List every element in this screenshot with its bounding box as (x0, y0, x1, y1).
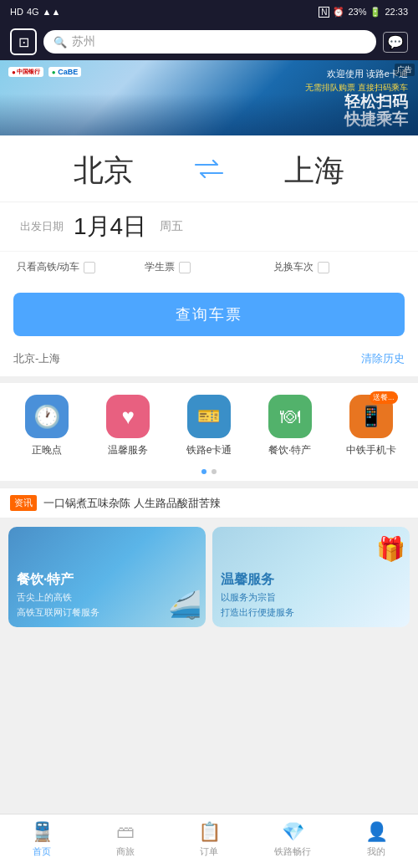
warm-icon: ♥ (121, 404, 134, 430)
status-left: HD 4G ▲▲ (10, 7, 60, 17)
nav-business-label: 商旅 (116, 845, 135, 858)
history-recent[interactable]: 北京-上海 (13, 351, 60, 366)
swap-arrows-icon (194, 160, 224, 183)
battery-level: 23% (348, 7, 366, 17)
gift-decoration: 🎁 (376, 535, 405, 563)
news-banner[interactable]: 资讯 一口锅煮五味杂陈 人生路品酸甜苦辣 (0, 488, 418, 518)
nav-profile-label: 我的 (367, 845, 385, 858)
service-simcard[interactable]: 📱 送餐... 中铁手机卡 (338, 395, 405, 457)
nav-rail-travel-icon: 💎 (282, 821, 304, 843)
service-icons-section: 🕐 正晚点 ♥ 温馨服务 🎫 铁路e卡通 🍽 餐饮·特产 📱 送餐... 中铁手… (0, 383, 418, 466)
nav-business[interactable]: 🗃 商旅 (84, 821, 167, 858)
nav-business-icon: 🗃 (116, 821, 135, 843)
service-warm[interactable]: ♥ 温馨服务 (94, 395, 161, 457)
warm-label: 温馨服务 (108, 443, 148, 457)
banner-ad[interactable]: ● 中国银行 ● CaBE 欢迎使用 读路e卡通 无需排队购票 直接扫码乘车 轻… (0, 60, 418, 135)
nav-home-label: 首页 (33, 845, 51, 858)
option-exchange-label: 兑换车次 (273, 260, 314, 274)
service-delay[interactable]: 🕐 正晚点 (13, 395, 80, 457)
arrival-city[interactable]: 上海 (227, 151, 401, 191)
date-value: 1月4日 (74, 211, 146, 243)
promo-service-title: 温馨服务 (221, 571, 401, 589)
wifi-icon: ▲▲ (43, 7, 61, 17)
date-selector[interactable]: 出发日期 1月4日 周五 (0, 202, 418, 251)
network-type: HD (10, 7, 23, 17)
simcard-label: 中铁手机卡 (346, 443, 396, 457)
food-icon: 🍽 (280, 405, 300, 428)
delay-label: 正晚点 (32, 443, 62, 457)
news-text: 一口锅煮五味杂陈 人生路品酸甜苦辣 (43, 496, 221, 511)
swap-button[interactable] (191, 153, 227, 190)
banner-no-queue: 无需排队购票 直接扫码乘车 (305, 82, 408, 94)
bank-logo: ● 中国银行 (8, 67, 43, 77)
option-student-checkbox[interactable] (179, 262, 191, 273)
simcard-icon-circle: 📱 送餐... (349, 395, 393, 438)
option-high-speed-checkbox[interactable] (84, 262, 95, 273)
ecard-label: 铁路e卡通 (186, 443, 232, 457)
simcard-badge: 送餐... (370, 391, 398, 404)
departure-city[interactable]: 北京 (17, 151, 191, 191)
delay-icon: 🕐 (33, 404, 60, 430)
promo-card-service[interactable]: 温馨服务 以服务为宗旨 打造出行便捷服务 🎁 (212, 527, 410, 627)
bottom-navigation: 🚆 首页 🗃 商旅 📋 订单 💎 铁路畅行 👤 我的 (0, 814, 418, 868)
option-student-label: 学生票 (145, 260, 175, 274)
signal-strength: 4G (27, 7, 39, 17)
search-magnifier-icon: 🔍 (54, 36, 67, 49)
search-placeholder: 苏州 (72, 34, 95, 49)
nav-orders-label: 订单 (200, 845, 218, 858)
history-row: 北京-上海 清除历史 (0, 346, 418, 376)
search-input-container[interactable]: 🔍 苏州 (43, 30, 376, 54)
clock: 22:33 (385, 7, 408, 17)
scan-icon[interactable]: ⊡ (10, 28, 37, 55)
clear-history-button[interactable]: 清除历史 (361, 351, 405, 366)
nav-profile[interactable]: 👤 我的 (334, 821, 418, 858)
alarm-icon: ⏰ (333, 7, 344, 18)
warm-icon-circle: ♥ (106, 395, 150, 438)
nav-rail-travel-label: 铁路畅行 (274, 845, 311, 858)
city-silhouette (0, 94, 418, 135)
promo-service-subtitle2: 打造出行便捷服务 (221, 606, 401, 619)
service-food[interactable]: 🍽 餐饮·特产 (257, 395, 324, 457)
search-button-wrap: 查询车票 (0, 283, 418, 346)
top-search-bar: ⊡ 🔍 苏州 💬 (0, 23, 418, 60)
options-row: 只看高铁/动车 学生票 兑换车次 (0, 251, 418, 283)
nav-orders[interactable]: 📋 订单 (167, 821, 251, 858)
status-right: N ⏰ 23% 🔋 22:33 (319, 7, 408, 18)
train-decoration: 🚄 (168, 589, 201, 620)
promo-food-title: 餐饮·特产 (17, 571, 197, 589)
simcard-icon: 📱 (359, 405, 384, 428)
promo-cards-section: 餐饮·特产 舌尖上的高铁 高铁互联网订餐服务 🚄 温馨服务 以服务为宗旨 打造出… (0, 518, 418, 636)
page-dots (0, 466, 418, 481)
battery-icon: 🔋 (370, 7, 381, 18)
option-high-speed[interactable]: 只看高铁/动车 (17, 260, 145, 274)
food-icon-circle: 🍽 (268, 395, 312, 438)
option-high-speed-label: 只看高铁/动车 (17, 260, 79, 274)
main-booking-card: 北京 上海 出发日期 1月4日 周五 只看高铁/动车 学生票 兑换车次 (0, 135, 418, 376)
nav-home-icon: 🚆 (31, 821, 54, 843)
nfc-icon: N (319, 7, 329, 18)
option-exchange[interactable]: 兑换车次 (273, 260, 401, 274)
option-student[interactable]: 学生票 (145, 260, 273, 274)
option-exchange-checkbox[interactable] (318, 262, 329, 273)
banner-logos: ● 中国银行 ● CaBE (8, 67, 81, 77)
cabe-logo: ● CaBE (48, 67, 81, 77)
service-ecard[interactable]: 🎫 铁路e卡通 (176, 395, 242, 457)
status-bar: HD 4G ▲▲ N ⏰ 23% 🔋 22:33 (0, 0, 418, 23)
city-selector: 北京 上海 (0, 135, 418, 202)
dot-2 (212, 469, 217, 474)
news-tag: 资讯 (10, 495, 37, 511)
promo-service-subtitle1: 以服务为宗旨 (221, 591, 401, 604)
nav-rail-travel[interactable]: 💎 铁路畅行 (251, 821, 334, 858)
nav-home[interactable]: 🚆 首页 (0, 821, 84, 858)
date-label: 出发日期 (20, 219, 64, 234)
ecard-icon-circle: 🎫 (187, 395, 231, 438)
nav-profile-icon: 👤 (365, 821, 388, 843)
chat-icon[interactable]: 💬 (383, 32, 408, 53)
delay-icon-circle: 🕐 (25, 395, 69, 438)
dot-1 (201, 469, 206, 474)
search-ticket-button[interactable]: 查询车票 (13, 293, 405, 336)
nav-orders-icon: 📋 (198, 821, 221, 843)
ad-label: 广告 (395, 64, 415, 76)
promo-card-food[interactable]: 餐饮·特产 舌尖上的高铁 高铁互联网订餐服务 🚄 (8, 527, 206, 627)
ecard-icon: 🎫 (197, 406, 220, 427)
